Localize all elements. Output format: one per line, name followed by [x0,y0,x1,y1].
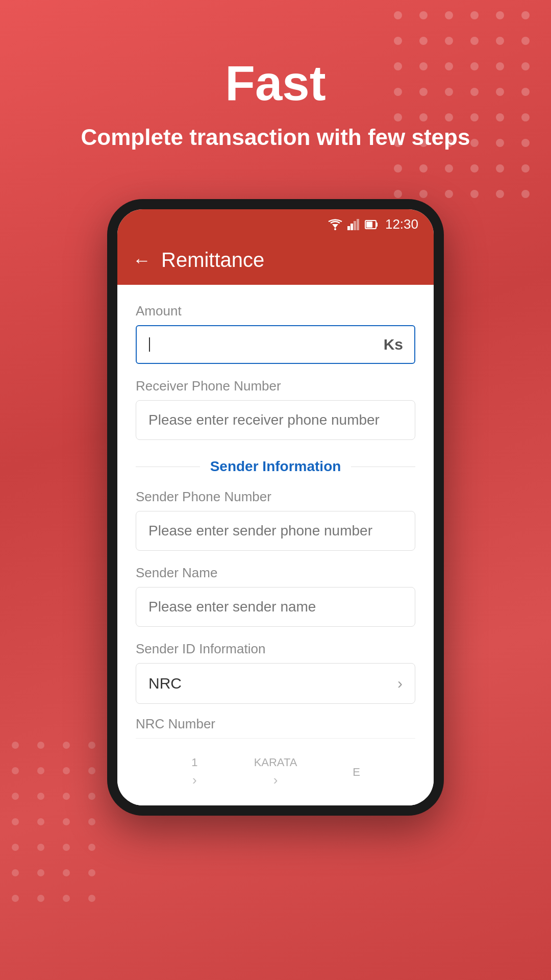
svg-point-43 [419,190,428,198]
svg-point-56 [12,793,19,800]
nrc-dropdown[interactable]: NRC › [136,663,415,704]
section-divider: Sender Information [136,458,415,475]
svg-point-50 [63,742,70,749]
chevron-right-icon: › [397,675,403,692]
tab-arrow-1: › [192,772,197,788]
svg-rect-83 [376,223,378,227]
svg-point-47 [521,190,530,198]
status-icons [328,219,378,230]
svg-point-65 [37,844,44,851]
svg-marker-76 [332,224,338,228]
sender-name-input[interactable] [136,587,415,627]
form-content: Amount Ks Receiver Phone Number Sender I… [117,285,434,805]
svg-point-57 [37,793,44,800]
sender-name-label: Sender Name [136,565,415,581]
svg-point-55 [88,767,95,774]
phone-device: 12:30 ← Remittance Amount Ks Receiver Ph… [107,199,444,816]
svg-point-61 [37,818,44,825]
svg-rect-84 [366,222,372,228]
svg-point-64 [12,844,19,851]
amount-input[interactable] [136,325,415,364]
sender-phone-input[interactable] [136,511,415,551]
nrc-number-label: NRC Number [136,716,415,732]
svg-rect-81 [357,219,359,230]
svg-point-44 [445,190,453,198]
svg-point-53 [37,767,44,774]
svg-point-71 [88,869,95,876]
tab-item-karata[interactable]: KARATA › [235,749,316,795]
tab-label-1: 1 [191,756,197,769]
divider-line-left [136,467,200,467]
svg-point-46 [496,190,504,198]
phone-device-wrapper: 12:30 ← Remittance Amount Ks Receiver Ph… [107,199,444,816]
phone-screen: 12:30 ← Remittance Amount Ks Receiver Ph… [117,209,434,805]
wifi-icon [328,219,342,230]
svg-point-51 [88,742,95,749]
hero-section: Fast Complete transaction with few steps [0,0,551,182]
bottom-tabs: 1 › KARATA › E [136,738,415,805]
svg-point-68 [12,869,19,876]
svg-point-42 [394,190,402,198]
svg-point-70 [63,869,70,876]
svg-point-62 [63,818,70,825]
receiver-phone-input[interactable] [136,400,415,440]
svg-point-58 [63,793,70,800]
svg-point-54 [63,767,70,774]
svg-point-75 [88,895,95,902]
tab-item-e[interactable]: E [316,758,397,786]
receiver-phone-label: Receiver Phone Number [136,378,415,394]
battery-icon [365,219,378,230]
cursor [149,337,150,352]
svg-point-48 [12,742,19,749]
svg-point-74 [63,895,70,902]
svg-point-49 [37,742,44,749]
svg-point-67 [88,844,95,851]
svg-point-63 [88,818,95,825]
svg-point-72 [12,895,19,902]
svg-point-52 [12,767,19,774]
tab-label-e: E [353,766,360,779]
sender-phone-label: Sender Phone Number [136,489,415,505]
svg-point-45 [470,190,479,198]
bg-dots-left [0,730,102,903]
svg-point-59 [88,793,95,800]
tab-item-1[interactable]: 1 › [154,749,235,795]
tab-arrow-karata: › [273,772,278,788]
svg-rect-78 [347,226,350,230]
section-title: Sender Information [210,458,341,475]
svg-rect-79 [350,224,353,230]
hero-subtitle: Complete transaction with few steps [0,122,551,152]
tab-label-karata: KARATA [254,756,297,769]
back-button[interactable]: ← [133,250,151,271]
status-time: 12:30 [385,216,418,232]
app-header: ← Remittance [117,237,434,285]
amount-wrapper: Ks [136,325,415,364]
status-bar: 12:30 [117,209,434,237]
nrc-value: NRC [148,675,182,692]
sender-id-label: Sender ID Information [136,641,415,657]
svg-point-66 [63,844,70,851]
divider-line-right [351,467,415,467]
amount-suffix: Ks [384,336,403,353]
svg-point-60 [12,818,19,825]
svg-point-73 [37,895,44,902]
hero-title: Fast [0,56,551,110]
app-header-title: Remittance [161,249,264,272]
amount-label: Amount [136,303,415,319]
signal-icon [347,219,360,230]
svg-point-77 [334,228,336,230]
svg-point-69 [37,869,44,876]
svg-rect-80 [354,221,356,230]
